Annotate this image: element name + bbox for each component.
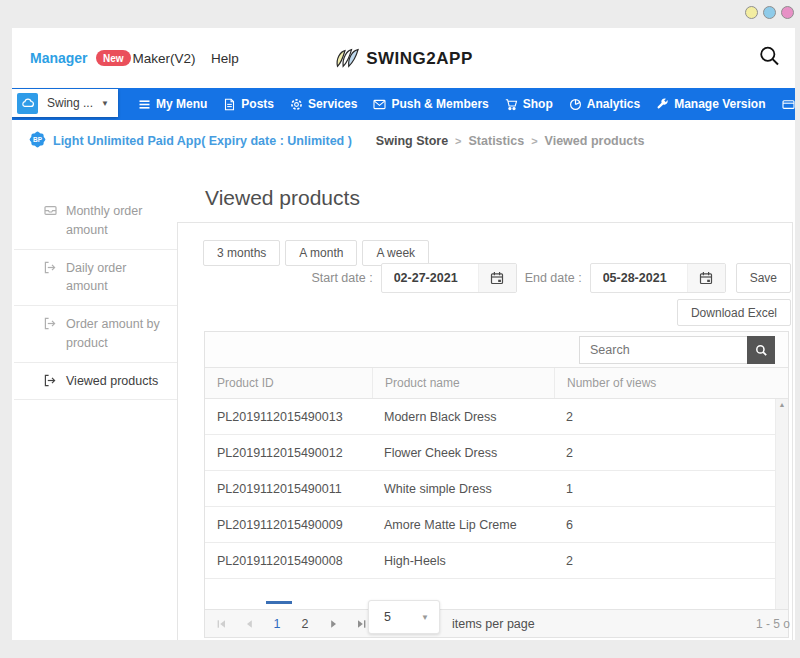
table-body: PL2019112015490013 Modern Black Dress 2 … (205, 399, 788, 609)
gear-icon (290, 98, 303, 111)
sidebar-item-monthly-order-amount[interactable]: Monthly order amount (14, 193, 177, 250)
top-header: Manager New Maker(V2) Help SWING2APP (12, 28, 795, 88)
nav-items: My Menu Posts Services Push & Members Sh… (130, 88, 795, 120)
app-selector-dropdown[interactable]: Swing ... ▼ (12, 89, 118, 117)
start-date-input[interactable] (382, 264, 478, 292)
card-icon (782, 98, 795, 111)
screen: Manager New Maker(V2) Help SWING2APP (0, 0, 800, 658)
window-dot-yellow[interactable] (745, 6, 758, 19)
table-row[interactable]: PL2019112015490008 High-Heels 2 (205, 543, 775, 579)
hamburger-icon (138, 98, 151, 111)
scrollbar-up-arrow-icon[interactable]: ▲ (776, 399, 788, 410)
page-title: Viewed products (205, 186, 360, 210)
window-dot-blue[interactable] (763, 6, 776, 19)
table-row[interactable]: PL2019112015490012 Flower Cheek Dress 2 (205, 435, 775, 471)
nav-item-push-members[interactable]: Push & Members (365, 97, 496, 111)
window-dot-pink[interactable] (781, 6, 794, 19)
column-header-product-name[interactable]: Product name (372, 368, 554, 398)
page-1-button[interactable]: 1 (263, 617, 291, 631)
nav-item-services[interactable]: Services (282, 97, 365, 111)
search-input[interactable] (579, 336, 747, 364)
start-date-group (381, 263, 517, 293)
nav-item-analytics[interactable]: Analytics (561, 97, 648, 111)
wrench-icon (656, 98, 669, 111)
header-scrollbar-spacer (775, 368, 788, 398)
start-date-calendar-button[interactable] (478, 264, 516, 292)
download-row: Download Excel (677, 299, 791, 326)
range-3-months-button[interactable]: 3 months (203, 240, 280, 266)
nav-item-manage-version[interactable]: Manage Version (648, 97, 773, 111)
table-rows: PL2019112015490013 Modern Black Dress 2 … (205, 399, 775, 579)
table-header: Product ID Product name Number of views (205, 368, 788, 399)
calendar-icon (699, 271, 713, 285)
items-per-page-label: items per page (452, 617, 535, 631)
page-range-label: 1 - 5 o (756, 617, 790, 631)
sidebar-item-viewed-products[interactable]: Viewed products (14, 363, 177, 401)
document-icon (223, 98, 236, 111)
svg-text:BP: BP (33, 136, 43, 143)
main-panel: Viewed products 3 months A month A week … (177, 162, 795, 640)
download-excel-button[interactable]: Download Excel (677, 299, 791, 326)
breadcrumb: BP Light Unlimited Paid App( Expiry date… (12, 120, 795, 162)
nav-item-posts[interactable]: Posts (215, 97, 282, 111)
current-page-indicator (266, 601, 292, 604)
export-arrow-icon (44, 317, 57, 330)
previous-page-icon (244, 619, 255, 629)
end-date-input[interactable] (591, 264, 687, 292)
logo-text: SWING2APP (366, 48, 473, 68)
search-submit-button[interactable] (747, 336, 775, 364)
vertical-scrollbar[interactable]: ▲ (775, 399, 788, 609)
first-page-icon (216, 619, 227, 629)
monthly-order-icon (44, 204, 57, 217)
previous-page-button[interactable] (235, 619, 263, 629)
nav-item-my-menu[interactable]: My Menu (130, 97, 215, 111)
manager-link[interactable]: Manager (30, 50, 88, 66)
swing2app-logo[interactable]: SWING2APP (334, 48, 473, 69)
page-2-button[interactable]: 2 (291, 617, 319, 631)
start-date-label: Start date : (311, 271, 372, 285)
app-cloud-icon (17, 93, 38, 114)
export-arrow-icon (44, 374, 57, 387)
header-search-button[interactable] (758, 45, 781, 72)
stats-card: 3 months A month A week Start date : End (177, 222, 793, 640)
app-window: Manager New Maker(V2) Help SWING2APP (12, 28, 795, 640)
table-row[interactable]: PL2019112015490009 Amore Matte Lip Creme… (205, 507, 775, 543)
sidebar-item-order-amount-by-product[interactable]: Order amount by product (14, 306, 177, 363)
content-area: Monthly order amount Daily order amount … (12, 162, 795, 640)
end-date-label: End date : (525, 271, 582, 285)
grid-toolbar (205, 332, 788, 368)
nav-item-shop[interactable]: Shop (497, 97, 561, 111)
app-selector-value: Swing ... (47, 96, 93, 110)
breadcrumb-separator: > (531, 135, 537, 147)
sidebar-item-daily-order-amount[interactable]: Daily order amount (14, 250, 177, 307)
page-size-dropdown[interactable]: 5 ▼ (368, 600, 440, 634)
breadcrumb-root[interactable]: Swing Store (376, 134, 448, 148)
help-link[interactable]: Help (211, 51, 239, 66)
plan-badge-icon: BP (28, 130, 47, 153)
save-button[interactable]: Save (736, 263, 791, 293)
nav-item-online-store[interactable]: Online Store (774, 97, 795, 111)
sidebar: Monthly order amount Daily order amount … (12, 193, 177, 400)
grid-search (579, 336, 775, 364)
last-page-icon (356, 619, 367, 629)
next-page-button[interactable] (319, 619, 347, 629)
column-header-number-of-views[interactable]: Number of views (554, 368, 775, 398)
pagination-bar: 1 2 5 ▼ items pe (205, 609, 788, 637)
breadcrumb-statistics[interactable]: Statistics (469, 134, 525, 148)
table-row[interactable]: PL2019112015490011 White simple Dress 1 (205, 471, 775, 507)
pie-chart-icon (569, 98, 582, 111)
export-arrow-icon (44, 261, 57, 274)
end-date-calendar-button[interactable] (687, 264, 725, 292)
column-header-product-id[interactable]: Product ID (205, 368, 372, 398)
first-page-button[interactable] (207, 619, 235, 629)
cart-icon (505, 98, 518, 111)
viewed-products-grid: Product ID Product name Number of views … (204, 331, 789, 638)
calendar-icon (490, 271, 504, 285)
table-row[interactable]: PL2019112015490013 Modern Black Dress 2 (205, 399, 775, 435)
maker-link[interactable]: New Maker(V2) (96, 50, 196, 66)
app-plan-label[interactable]: Light Unlimited Paid App( Expiry date : … (53, 134, 352, 148)
main-navbar: Swing ... ▼ My Menu Posts Services (12, 88, 795, 120)
end-date-group (590, 263, 726, 293)
search-icon (755, 344, 768, 357)
logo-swirl-icon (334, 48, 362, 69)
